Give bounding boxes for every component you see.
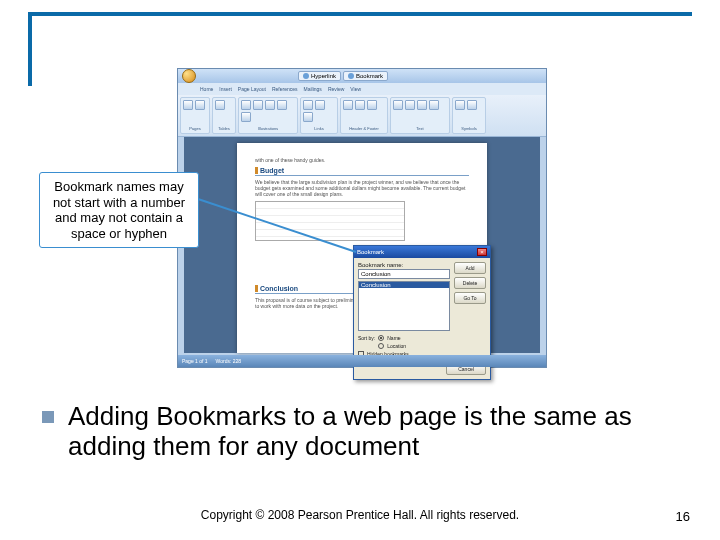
document-page: with one of these handy guides. Budget W…: [237, 143, 487, 353]
ribbon-label-headerfooter: Header & Footer: [343, 126, 385, 131]
table-icon: [215, 100, 225, 110]
word-window: Hyperlink Bookmark Home Insert Page Layo…: [177, 68, 547, 368]
heading-budget: Budget: [255, 167, 469, 176]
status-page: Page 1 of 1: [182, 358, 208, 364]
delete-button[interactable]: Delete: [454, 277, 486, 289]
doc-table: [255, 201, 405, 241]
heading-budget-text: Budget: [260, 167, 284, 174]
header-icon: [343, 100, 353, 110]
bookmark-list-item[interactable]: Conclusion: [359, 282, 449, 288]
ribbon-group-headerfooter: Header & Footer: [340, 97, 388, 134]
bullet-row: Adding Bookmarks to a web page is the sa…: [42, 401, 680, 462]
word-titlebar: Hyperlink Bookmark: [178, 69, 546, 83]
radio-location[interactable]: [378, 343, 384, 349]
bookmark-label: Bookmark: [356, 73, 383, 79]
page-number: 16: [676, 509, 690, 524]
dialog-titlebar: Bookmark ×: [354, 246, 490, 258]
doc-para1: We believe that the large subdivision pl…: [255, 179, 469, 197]
slide-left-border: [28, 12, 32, 86]
hyperlink-icon: [303, 100, 313, 110]
goto-button[interactable]: Go To: [454, 292, 486, 304]
sort-name-label: Name: [387, 335, 400, 341]
tab-view: View: [350, 86, 361, 92]
ribbon: Pages Tables Illustrations Links Header …: [178, 95, 546, 137]
clipart-icon: [253, 100, 263, 110]
pagenumber-icon: [367, 100, 377, 110]
ribbon-group-links: Links: [300, 97, 338, 134]
tab-mailings: Mailings: [304, 86, 322, 92]
sort-location-label: Location: [387, 343, 406, 349]
dropcap-icon: [429, 100, 439, 110]
ribbon-label-links: Links: [303, 126, 335, 131]
sort-location-row: Sort by: Location: [358, 343, 486, 349]
ribbon-label-symbols: Symbols: [455, 126, 483, 131]
smartart-icon: [277, 100, 287, 110]
ribbon-group-symbols: Symbols: [452, 97, 486, 134]
ribbon-label-illustrations: Illustrations: [241, 126, 295, 131]
heading-conclusion-text: Conclusion: [260, 285, 298, 292]
cover-page-icon: [183, 100, 193, 110]
ribbon-label-pages: Pages: [183, 126, 207, 131]
ribbon-group-tables: Tables: [212, 97, 236, 134]
dialog-close-icon[interactable]: ×: [477, 248, 487, 256]
radio-name[interactable]: [378, 335, 384, 341]
picture-icon: [241, 100, 251, 110]
bullet-text: Adding Bookmarks to a web page is the sa…: [68, 401, 680, 462]
globe-icon: [303, 73, 309, 79]
add-button[interactable]: Add: [454, 262, 486, 274]
heading-marker-icon: [255, 167, 258, 174]
ribbon-group-text: Text: [390, 97, 450, 134]
ribbon-label-tables: Tables: [215, 126, 233, 131]
flag-icon: [348, 73, 354, 79]
sort-row: Sort by: Name: [358, 335, 486, 341]
chart-icon: [241, 112, 251, 122]
slide-top-border: [28, 12, 692, 16]
bookmark-icon: [315, 100, 325, 110]
tab-insert: Insert: [219, 86, 232, 92]
tab-review: Review: [328, 86, 344, 92]
status-words: Words: 228: [216, 358, 241, 364]
doc-intro: with one of these handy guides.: [255, 157, 469, 163]
heading-marker-icon: [255, 285, 258, 292]
statusbar: Page 1 of 1 Words: 228: [178, 355, 546, 367]
equation-icon: [455, 100, 465, 110]
callout-box: Bookmark names may not start with a numb…: [39, 172, 199, 248]
sort-label: Sort by:: [358, 335, 375, 341]
dialog-title: Bookmark: [357, 249, 384, 255]
bookmark-chip: Bookmark: [343, 71, 388, 81]
bookmark-name-input[interactable]: [358, 269, 450, 279]
dialog-side-buttons: Add Delete Go To: [454, 262, 486, 304]
bookmark-list[interactable]: Conclusion: [358, 281, 450, 331]
tab-home: Home: [200, 86, 213, 92]
footer-copyright: Copyright © 2008 Pearson Prentice Hall. …: [0, 508, 720, 522]
crossref-icon: [303, 112, 313, 122]
symbol-icon: [467, 100, 477, 110]
textbox-icon: [393, 100, 403, 110]
document-area: with one of these handy guides. Budget W…: [184, 137, 540, 353]
titlebar-contextual-tools: Hyperlink Bookmark: [298, 71, 388, 81]
wordart-icon: [417, 100, 427, 110]
ribbon-label-text: Text: [393, 126, 447, 131]
tab-references: References: [272, 86, 298, 92]
hyperlink-label: Hyperlink: [311, 73, 336, 79]
office-button-icon: [182, 69, 196, 83]
callout-text: Bookmark names may not start with a numb…: [53, 179, 185, 241]
hyperlink-chip: Hyperlink: [298, 71, 341, 81]
ribbon-group-pages: Pages: [180, 97, 210, 134]
blank-page-icon: [195, 100, 205, 110]
quickparts-icon: [405, 100, 415, 110]
footer-icon: [355, 100, 365, 110]
bullet-icon: [42, 411, 54, 423]
tab-page-layout: Page Layout: [238, 86, 266, 92]
shapes-icon: [265, 100, 275, 110]
ribbon-group-illustrations: Illustrations: [238, 97, 298, 134]
ribbon-tabs: Home Insert Page Layout References Maili…: [178, 83, 546, 95]
